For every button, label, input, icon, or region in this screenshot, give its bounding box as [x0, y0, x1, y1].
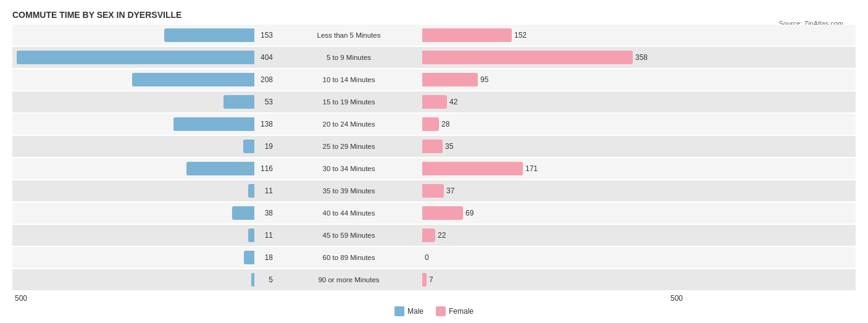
- female-bar: [422, 95, 447, 109]
- female-bar: [422, 206, 463, 220]
- right-section: 37: [420, 184, 685, 198]
- table-row: 53 15 to 19 Minutes 42: [12, 91, 856, 112]
- female-bar: [422, 162, 523, 175]
- male-bar: [173, 117, 254, 131]
- axis-row: 500 500: [12, 294, 856, 303]
- male-bar-wrap: [12, 95, 254, 109]
- row-label: 30 to 34 Minutes: [278, 165, 420, 172]
- table-row: 11 35 to 39 Minutes 37: [12, 180, 856, 201]
- axis-right-label: 500: [420, 294, 685, 303]
- left-section: 11: [12, 184, 278, 198]
- female-value: 152: [514, 31, 533, 40]
- left-section: 153: [12, 28, 278, 42]
- left-section: 38: [12, 206, 278, 220]
- left-section: 116: [12, 162, 278, 175]
- male-bar-wrap: [12, 51, 254, 64]
- male-bar-wrap: [12, 251, 254, 264]
- table-row: 208 10 to 14 Minutes 95: [12, 69, 856, 90]
- legend-female: Female: [436, 306, 474, 316]
- row-label: 60 to 89 Minutes: [278, 254, 420, 261]
- male-bar: [248, 229, 254, 242]
- female-value: 69: [465, 209, 484, 217]
- row-label: Less than 5 Minutes: [278, 31, 420, 39]
- male-bar: [186, 162, 254, 175]
- female-bar: [422, 117, 439, 131]
- female-bar: [422, 140, 443, 153]
- male-value: 19: [254, 142, 273, 151]
- female-bar: [422, 273, 427, 287]
- axis-center-spacer: [278, 294, 420, 303]
- right-section: 7: [420, 273, 685, 287]
- male-bar-wrap: [12, 184, 254, 198]
- male-value: 38: [254, 209, 273, 217]
- male-bar-wrap: [12, 206, 254, 220]
- table-row: 153 Less than 5 Minutes 152: [12, 25, 856, 46]
- female-value: 28: [441, 120, 460, 128]
- right-section: 69: [420, 206, 685, 220]
- female-bar: [422, 73, 478, 86]
- male-bar-wrap: [12, 273, 254, 287]
- male-bar-wrap: [12, 117, 254, 131]
- row-label: 25 to 29 Minutes: [278, 143, 420, 150]
- female-bar: [422, 184, 444, 198]
- female-value: 0: [425, 253, 443, 262]
- male-value: 116: [254, 164, 273, 173]
- male-value: 5: [254, 275, 273, 284]
- male-bar: [248, 184, 254, 198]
- female-value: 22: [438, 231, 456, 240]
- right-section: 358: [420, 51, 685, 64]
- left-section: 53: [12, 95, 278, 109]
- male-value: 153: [254, 31, 273, 40]
- female-value: 42: [449, 98, 468, 106]
- male-bar: [132, 73, 254, 86]
- table-row: 138 20 to 24 Minutes 28: [12, 114, 856, 135]
- row-label: 5 to 9 Minutes: [278, 54, 420, 61]
- legend-male-label: Male: [407, 307, 424, 316]
- right-section: 22: [420, 229, 685, 242]
- male-bar-wrap: [12, 73, 254, 86]
- table-row: 11 45 to 59 Minutes 22: [12, 225, 856, 246]
- left-section: 404: [12, 51, 278, 64]
- left-section: 208: [12, 73, 278, 86]
- male-bar: [232, 206, 254, 220]
- right-section: 95: [420, 73, 685, 86]
- male-bar-wrap: [12, 28, 254, 42]
- axis-left-label: 500: [12, 294, 278, 303]
- row-label: 40 to 44 Minutes: [278, 209, 420, 217]
- left-section: 5: [12, 273, 278, 287]
- female-bar: [422, 51, 633, 64]
- row-label: 10 to 14 Minutes: [278, 76, 420, 83]
- female-value: 35: [445, 142, 464, 151]
- table-row: 404 5 to 9 Minutes 358: [12, 47, 856, 68]
- male-value: 208: [254, 75, 273, 84]
- female-value: 358: [635, 53, 654, 62]
- female-value: 7: [429, 275, 448, 284]
- row-label: 20 to 24 Minutes: [278, 120, 420, 128]
- left-section: 138: [12, 117, 278, 131]
- male-value: 138: [254, 120, 273, 128]
- legend: Male Female: [12, 306, 856, 316]
- row-label: 45 to 59 Minutes: [278, 232, 420, 239]
- male-bar: [223, 95, 254, 109]
- table-row: 38 40 to 44 Minutes 69: [12, 203, 856, 224]
- table-row: 19 25 to 29 Minutes 35: [12, 136, 856, 157]
- male-value: 53: [254, 98, 273, 106]
- male-value: 11: [254, 231, 273, 240]
- left-section: 18: [12, 251, 278, 264]
- row-label: 90 or more Minutes: [278, 276, 420, 283]
- row-label: 35 to 39 Minutes: [278, 187, 420, 195]
- legend-female-box: [436, 306, 446, 316]
- male-bar-wrap: [12, 229, 254, 242]
- table-row: 18 60 to 89 Minutes 0: [12, 247, 856, 268]
- left-section: 11: [12, 229, 278, 242]
- right-section: 42: [420, 95, 685, 109]
- male-value: 11: [254, 187, 273, 195]
- female-value: 95: [480, 75, 499, 84]
- female-value: 37: [446, 187, 465, 195]
- female-bar: [422, 28, 512, 42]
- legend-male: Male: [394, 306, 424, 316]
- male-bar: [164, 28, 254, 42]
- right-section: 152: [420, 28, 685, 42]
- right-section: 35: [420, 140, 685, 153]
- legend-female-label: Female: [449, 307, 474, 316]
